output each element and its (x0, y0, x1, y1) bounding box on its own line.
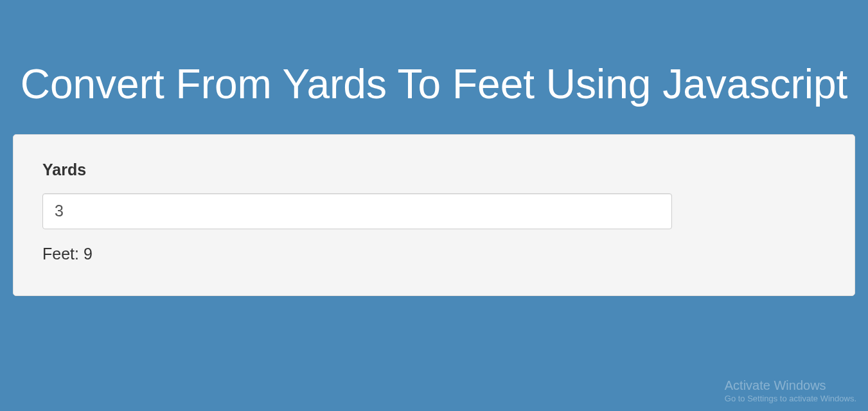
watermark-subtitle: Go to Settings to activate Windows. (725, 394, 856, 403)
windows-activation-watermark: Activate Windows Go to Settings to activ… (725, 377, 856, 403)
yards-input[interactable] (42, 193, 672, 229)
converter-panel: Yards Feet: 9 (13, 134, 855, 296)
yards-label: Yards (42, 161, 826, 179)
watermark-title: Activate Windows (725, 377, 856, 394)
feet-result: Feet: 9 (42, 245, 826, 263)
page-title: Convert From Yards To Feet Using Javascr… (0, 0, 868, 134)
